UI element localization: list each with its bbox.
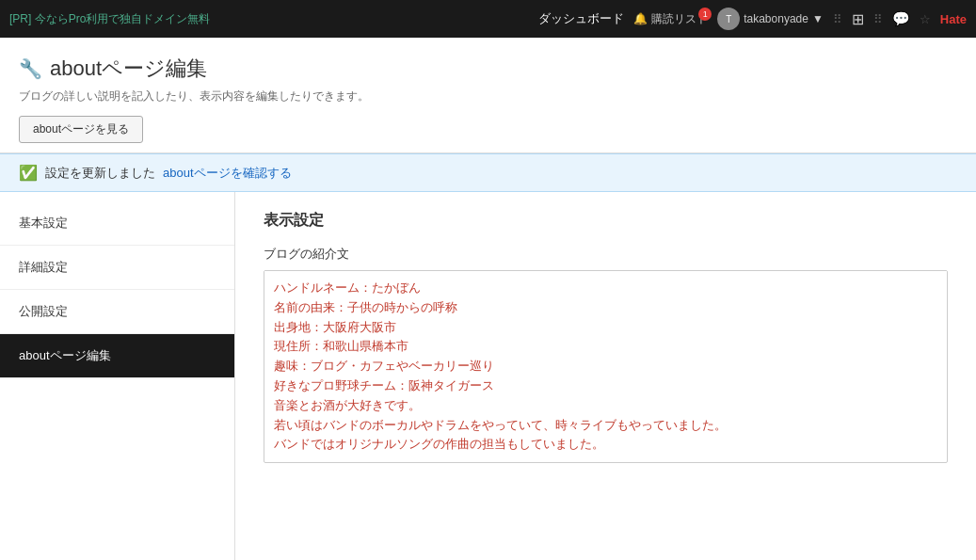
- wrench-icon: 🔧: [19, 57, 42, 80]
- top-navigation: [PR] 今ならPro利用で独自ドメイン無料 ダッシュボード 🔔 1 購読リスト…: [0, 0, 976, 38]
- sidebar-item-public-settings[interactable]: 公開設定: [0, 290, 234, 334]
- chevron-down-icon: ▼: [812, 12, 824, 25]
- check-circle-icon: ✅: [19, 164, 38, 182]
- reading-list-button[interactable]: 🔔 1 購読リスト: [633, 11, 708, 27]
- pr-banner[interactable]: [PR] 今ならPro利用で独自ドメイン無料: [9, 11, 210, 27]
- main-layout: 基本設定 詳細設定 公開設定 aboutページ編集 表示設定 ブログの紹介文: [0, 192, 976, 560]
- comment-icon[interactable]: 💬: [892, 10, 910, 27]
- bio-textarea-wrapper: [264, 270, 948, 463]
- view-about-button[interactable]: aboutページを見る: [19, 116, 143, 143]
- content-area: 表示設定 ブログの紹介文: [235, 192, 976, 560]
- nav-divider-3: ☆: [920, 12, 931, 26]
- section-title: 表示設定: [264, 211, 948, 231]
- bio-textarea[interactable]: [264, 271, 947, 459]
- bell-icon: 🔔: [633, 12, 648, 25]
- sidebar-item-basic-settings[interactable]: 基本設定: [0, 201, 234, 246]
- username-label: takabonyade: [744, 12, 808, 25]
- grid-icon[interactable]: ⊞: [852, 10, 864, 28]
- reading-badge: 1: [698, 8, 712, 21]
- success-banner: ✅ 設定を更新しました aboutページを確認する: [0, 153, 976, 192]
- user-menu[interactable]: T takabonyade ▼: [717, 8, 824, 30]
- avatar: T: [717, 8, 740, 30]
- about-page-confirm-link[interactable]: aboutページを確認する: [163, 165, 292, 182]
- nav-divider-2: ⠿: [873, 12, 883, 26]
- nav-divider-1: ⠿: [833, 12, 842, 26]
- success-message: 設定を更新しました: [45, 165, 155, 182]
- hate-label[interactable]: Hate: [940, 12, 967, 26]
- page-header: 🔧 aboutページ編集 ブログの詳しい説明を記入したり、表示内容を編集したりで…: [0, 38, 976, 153]
- field-label-bio: ブログの紹介文: [264, 246, 948, 263]
- page-title: aboutページ編集: [50, 55, 207, 83]
- page-subtitle: ブログの詳しい説明を記入したり、表示内容を編集したりできます。: [19, 88, 957, 104]
- sidebar: 基本設定 詳細設定 公開設定 aboutページ編集: [0, 192, 235, 560]
- sidebar-item-about-edit[interactable]: aboutページ編集: [0, 334, 234, 378]
- sidebar-item-detail-settings[interactable]: 詳細設定: [0, 246, 234, 290]
- dashboard-link[interactable]: ダッシュボード: [538, 10, 624, 27]
